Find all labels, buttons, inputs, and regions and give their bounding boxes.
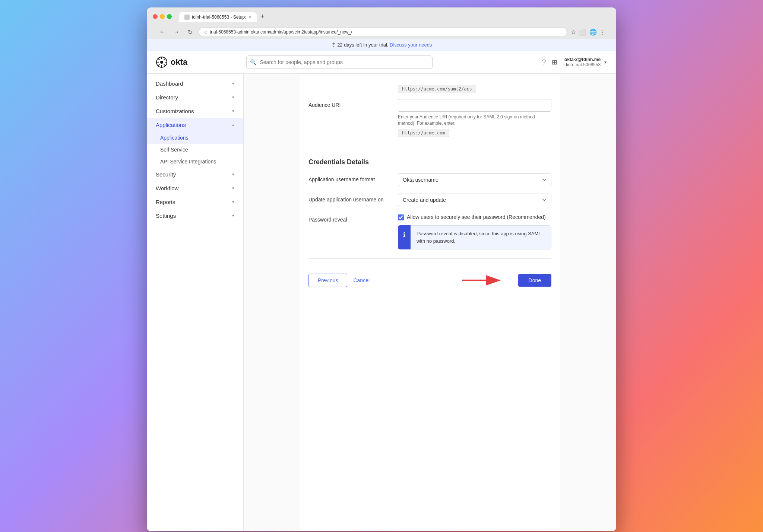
audience-uri-input[interactable] [398, 99, 551, 112]
extensions-button[interactable]: ⬜ [579, 29, 586, 36]
sidebar-item-security-label: Security [156, 171, 176, 178]
bookmark-button[interactable]: ☆ [571, 29, 576, 36]
update-username-row: Update application username on Create an… [308, 194, 551, 206]
cancel-button[interactable]: Cancel [353, 277, 370, 283]
username-format-row: Application username format Okta usernam… [308, 173, 551, 186]
user-name: okta-2@tdinh.me [563, 57, 601, 62]
traffic-light-yellow[interactable] [160, 14, 165, 19]
grid-button[interactable]: ⊞ [552, 58, 557, 66]
tab-title: tdinh-trial-5068553 - Setup: [192, 15, 246, 20]
applications-chevron-icon: ▴ [232, 122, 234, 127]
info-box-content: Password reveal is disabled, since this … [411, 225, 551, 249]
svg-line-8 [164, 58, 165, 60]
sidebar-item-workflow-label: Workflow [156, 185, 178, 191]
sidebar: Dashboard ▾ Directory ▾ Customizations ▾… [147, 74, 244, 531]
help-button[interactable]: ? [542, 58, 546, 66]
header-actions: ? ⊞ okta-2@tdinh.me tdinh-trial-5068553 … [542, 57, 607, 67]
audience-uri-hint: Enter your Audience URI (required only f… [398, 114, 551, 127]
update-username-label: Update application username on [308, 194, 390, 203]
browser-tab[interactable]: tdinh-trial-5068553 - Setup: ✕ [179, 12, 257, 22]
password-reveal-checkbox-label: Allow users to securely see their passwo… [407, 214, 546, 221]
trial-icon: ⏱ [331, 42, 336, 48]
audience-uri-example: https://acme.com [398, 129, 449, 137]
trial-link[interactable]: Discuss your needs [390, 42, 432, 48]
acs-url-tag: https://acme.com/saml2/acs [398, 85, 476, 93]
okta-icon-svg [156, 56, 168, 68]
user-menu[interactable]: okta-2@tdinh.me tdinh-trial-5068553 ▼ [563, 57, 607, 67]
audience-uri-control: Enter your Audience URI (required only f… [398, 99, 551, 137]
user-org: tdinh-trial-5068553 [563, 62, 601, 67]
workflow-chevron-icon: ▾ [232, 186, 234, 191]
security-chevron-icon: ▾ [232, 172, 234, 177]
sidebar-item-directory[interactable]: Directory ▾ [147, 90, 243, 104]
sidebar-sub-applications[interactable]: Applications [147, 132, 243, 144]
profile-button[interactable]: 🌐 [589, 29, 597, 36]
password-reveal-control: Allow users to securely see their passwo… [398, 214, 551, 250]
back-button[interactable]: ← [157, 28, 168, 36]
bottom-divider [308, 258, 551, 259]
main-content: https://acme.com/saml2/acs Audience URI … [244, 74, 616, 531]
content-inner: https://acme.com/saml2/acs Audience URI … [300, 74, 560, 531]
done-button[interactable]: Done [518, 274, 551, 287]
user-info: okta-2@tdinh.me tdinh-trial-5068553 [563, 57, 601, 67]
traffic-light-red[interactable] [153, 14, 158, 19]
okta-logo-text: okta [171, 57, 187, 67]
sidebar-item-customizations[interactable]: Customizations ▾ [147, 104, 243, 118]
username-format-label: Application username format [308, 173, 390, 182]
password-reveal-checkbox[interactable] [398, 214, 404, 220]
dashboard-chevron-icon: ▾ [232, 81, 234, 86]
header-search: 🔍 [246, 55, 433, 69]
sidebar-item-reports[interactable]: Reports ▾ [147, 195, 243, 209]
address-icon: ⊙ [204, 30, 208, 35]
arrow-annotation [462, 273, 507, 288]
info-box-icon: ℹ [398, 225, 411, 249]
sidebar-item-settings[interactable]: Settings ▾ [147, 209, 243, 223]
update-username-select[interactable]: Create and update [398, 194, 551, 206]
sidebar-item-applications-label: Applications [156, 122, 186, 128]
traffic-light-green[interactable] [167, 14, 172, 19]
trial-banner: ⏱ 22 days left in your trial. Discuss yo… [147, 39, 616, 51]
acs-url-section: https://acme.com/saml2/acs [308, 83, 551, 93]
trial-message: 22 days left in your trial. [337, 42, 388, 48]
svg-line-7 [164, 64, 165, 66]
password-reveal-label: Password reveal [308, 214, 390, 223]
previous-button[interactable]: Previous [308, 274, 347, 287]
password-reveal-checkbox-row: Allow users to securely see their passwo… [398, 214, 551, 221]
app-layout: Dashboard ▾ Directory ▾ Customizations ▾… [147, 74, 616, 531]
url-text: trial-5068553-admin.okta.com/admin/app/s… [210, 29, 352, 35]
sidebar-item-settings-label: Settings [156, 213, 176, 219]
sidebar-item-workflow[interactable]: Workflow ▾ [147, 181, 243, 195]
sidebar-item-dashboard-label: Dashboard [156, 80, 183, 87]
sidebar-sub-api-integrations[interactable]: API Service Integrations [147, 156, 243, 168]
sidebar-item-directory-label: Directory [156, 94, 178, 101]
settings-chevron-icon: ▾ [232, 213, 234, 218]
sidebar-item-reports-label: Reports [156, 199, 175, 205]
action-row: Previous Cancel Done [308, 268, 551, 293]
svg-line-6 [158, 58, 159, 60]
sidebar-item-security[interactable]: Security ▾ [147, 168, 243, 181]
forward-button[interactable]: → [171, 28, 182, 36]
tab-close-button[interactable]: ✕ [248, 15, 251, 20]
credentials-section-title: Credentials Details [308, 155, 551, 166]
svg-line-9 [158, 64, 159, 66]
sidebar-item-dashboard[interactable]: Dashboard ▾ [147, 77, 243, 90]
sidebar-item-applications[interactable]: Applications ▴ [147, 118, 243, 132]
search-input[interactable] [246, 55, 433, 69]
section-divider [308, 146, 551, 146]
customizations-chevron-icon: ▾ [232, 109, 234, 114]
new-tab-button[interactable]: + [257, 11, 267, 22]
sidebar-sub-applications-label: Applications [160, 135, 189, 141]
address-bar[interactable]: ⊙ trial-5068553-admin.okta.com/admin/app… [199, 27, 567, 37]
directory-chevron-icon: ▾ [232, 95, 234, 100]
sidebar-sub-self-service-label: Self Service [160, 147, 188, 153]
sidebar-sub-self-service[interactable]: Self Service [147, 144, 243, 156]
audience-uri-label: Audience URI [308, 99, 390, 108]
username-format-select[interactable]: Okta username [398, 173, 551, 186]
sidebar-sub-api-integrations-label: API Service Integrations [160, 159, 216, 165]
reload-button[interactable]: ↻ [186, 28, 195, 36]
password-reveal-row: Password reveal Allow users to securely … [308, 214, 551, 250]
app-header: okta 🔍 ? ⊞ okta-2@tdinh.me tdinh-trial-5… [147, 51, 616, 74]
password-reveal-info-box: ℹ Password reveal is disabled, since thi… [398, 225, 551, 249]
menu-button[interactable]: ⋮ [600, 29, 606, 36]
tab-favicon [184, 15, 190, 20]
